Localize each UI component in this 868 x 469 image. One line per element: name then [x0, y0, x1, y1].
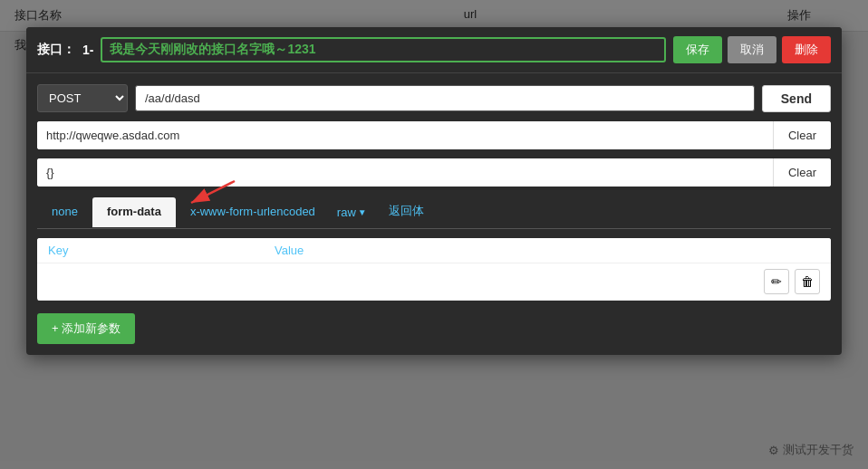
watermark: ⚙ 测试开发干货	[768, 442, 854, 458]
base-url-input[interactable]	[37, 121, 773, 149]
interface-badge: 1-	[82, 43, 93, 57]
params-table-header: Key Value	[37, 238, 831, 263]
chevron-down-icon: ▼	[358, 207, 367, 217]
tab-raw[interactable]: raw ▼	[330, 198, 374, 226]
interface-name-input[interactable]	[101, 37, 666, 62]
cancel-button[interactable]: 取消	[728, 36, 776, 63]
request-body-input[interactable]	[37, 158, 773, 187]
tab-urlencoded[interactable]: x-www-form-urlencoded	[176, 197, 330, 227]
save-button[interactable]: 保存	[673, 36, 722, 63]
watermark-icon: ⚙	[768, 444, 779, 457]
clear-base-url-button[interactable]: Clear	[773, 121, 831, 149]
url-path-input[interactable]	[135, 85, 755, 111]
send-button[interactable]: Send	[762, 85, 831, 112]
params-table: Key Value ✏ 🗑	[37, 238, 831, 301]
clear-body-button[interactable]: Clear	[773, 158, 831, 187]
delete-button[interactable]: 删除	[782, 36, 831, 63]
add-param-button[interactable]: + 添加新参数	[37, 313, 135, 344]
edit-param-button[interactable]: ✏	[764, 269, 789, 294]
tab-none[interactable]: none	[37, 197, 92, 227]
base-url-row: Clear	[37, 121, 831, 149]
tab-form-data[interactable]: form-data	[92, 197, 176, 227]
col-actions-header	[729, 244, 820, 257]
interface-label: 接口：	[37, 42, 75, 58]
add-param-container: + 添加新参数	[37, 310, 831, 344]
col-value-header: Value	[275, 244, 729, 257]
url-row: POST GET PUT DELETE PATCH Send	[37, 84, 831, 112]
modal-overlay: 接口： 1- 保存 取消 删除 POST GET PUT DELETE PATC…	[0, 0, 868, 469]
header-actions: 保存 取消 删除	[673, 36, 831, 63]
modal-header: 接口： 1- 保存 取消 删除	[26, 27, 842, 73]
modal: 接口： 1- 保存 取消 删除 POST GET PUT DELETE PATC…	[26, 27, 842, 355]
col-key-header: Key	[48, 244, 275, 257]
tabs-row: none form-data x-www-form-urlencoded raw…	[37, 196, 831, 229]
delete-param-button[interactable]: 🗑	[795, 269, 820, 294]
param-row: ✏ 🗑	[37, 263, 831, 301]
param-actions-cell: ✏ 🗑	[729, 269, 820, 294]
modal-body: POST GET PUT DELETE PATCH Send Clear Cle…	[26, 73, 842, 355]
watermark-text: 测试开发干货	[783, 442, 854, 458]
request-body-row: Clear	[37, 158, 831, 187]
tab-response[interactable]: 返回体	[374, 196, 439, 228]
tab-raw-label: raw	[337, 206, 356, 219]
method-select[interactable]: POST GET PUT DELETE PATCH	[37, 84, 128, 112]
